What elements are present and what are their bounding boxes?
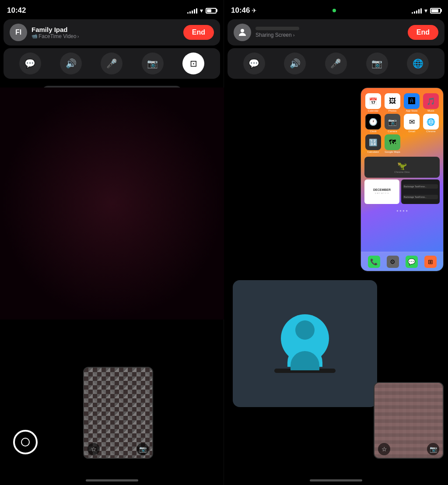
event-widget: Backstage TaskForce... Backstage TaskFor… — [401, 179, 440, 204]
home-indicator-left — [86, 479, 138, 481]
camera-icon-right: 📷 — [371, 58, 382, 69]
status-bar-right: 10:46 ✈ ▾ — [224, 0, 448, 19]
app-appstore: 🅰 App Store — [403, 93, 420, 112]
redacted-name-right — [256, 27, 299, 30]
call-bar-left: FI Family Ipad 📹 FaceTime Video › End — [4, 19, 220, 46]
avatar-head — [295, 320, 315, 340]
dock-settings: ⚙ — [387, 256, 399, 268]
signal-icon-right — [412, 7, 422, 14]
status-bar-left: 10:42 ▾ — [0, 0, 224, 19]
avatar-body — [287, 345, 322, 367]
dock-grid: ⊞ — [424, 256, 437, 268]
call-name-left: Family Ipad — [32, 26, 79, 33]
phone-dock: 📞 ⚙ 💬 ⊞ — [361, 252, 443, 271]
person-thumbnail-right[interactable]: ☆ 📷 — [374, 382, 444, 459]
call-info-left: FI Family Ipad 📹 FaceTime Video › — [10, 24, 79, 41]
record-inner-icon — [21, 438, 30, 446]
green-dot-right — [332, 9, 336, 12]
battery-icon-left — [206, 8, 217, 14]
screen-share-icon-left: ⊡ — [190, 58, 197, 69]
camera-flip-button-thumb-left[interactable]: 📷 — [136, 443, 149, 455]
camera-button-right[interactable]: 📷 — [366, 53, 388, 74]
left-panel: 10:42 ▾ FI Family Ipad 📹 FaceTime Vi — [0, 0, 224, 485]
cal-widget: DECEMBER SMTWTFS — [364, 179, 399, 204]
app-gmail: ✉ Gmail — [403, 114, 420, 133]
camera-button-left[interactable]: 📷 — [142, 53, 164, 74]
screen-share-preview: 📅 Calendar 🖼 Photos 🅰 App Store 🎵 Music — [360, 88, 444, 271]
dock-messages: 💬 — [406, 256, 418, 268]
video-camera-small-icon: 📹 — [32, 33, 38, 39]
speaker-button-right[interactable]: 🔊 — [284, 53, 306, 74]
svg-point-0 — [241, 29, 244, 32]
widget-row: DECEMBER SMTWTFS Backstage TaskForce... … — [364, 179, 440, 204]
mic-button-left[interactable]: 🎤 — [101, 53, 122, 74]
video-area-left — [0, 88, 224, 320]
wifi-icon-right: ▾ — [424, 7, 427, 14]
app-grid: 📅 Calendar 🖼 Photos 🅰 App Store 🎵 Music — [361, 90, 443, 157]
mic-icon-right: 🎤 — [330, 58, 341, 69]
app-calculator: 🔢 Calculator — [364, 134, 382, 153]
status-icons-left: ▾ — [187, 7, 217, 14]
status-icons-right: ▾ — [412, 7, 441, 14]
signal-icon-left — [187, 7, 197, 14]
mic-button-right[interactable]: 🎤 — [325, 53, 347, 74]
controls-row-left: 💬 🔊 🎤 📷 ⊡ — [4, 48, 220, 79]
message-button-right[interactable]: 💬 — [243, 53, 265, 74]
call-details-right: Sharing Screen › — [256, 27, 299, 38]
time-right: 10:46 — [231, 6, 250, 15]
share-stop-button-right[interactable]: 🌐 — [407, 53, 429, 74]
app-clock: 🕐 Clock — [364, 114, 382, 133]
wifi-icon-left: ▾ — [200, 7, 203, 14]
avatar-left: FI — [10, 24, 27, 41]
star-button-thumb-left[interactable]: ☆ — [88, 443, 100, 455]
star-button-thumb-right[interactable]: ☆ — [378, 443, 390, 455]
video-noise-left — [0, 88, 224, 320]
chrome-dino-widget: 🦖 Chrome Dino — [364, 157, 440, 178]
camera-flip-button-thumb-right[interactable]: 📷 — [427, 443, 439, 455]
speaker-icon-right: 🔊 — [290, 58, 301, 69]
app-calendar: 📅 Calendar — [364, 93, 382, 112]
message-icon-right: 💬 — [248, 58, 259, 69]
time-left: 10:42 — [7, 6, 26, 15]
avatar-body-inner — [290, 351, 319, 370]
thumbnail-video-left[interactable]: ☆ 📷 — [83, 367, 153, 459]
app-camera: 📷 Camera — [384, 114, 401, 133]
mic-icon-left: 🎤 — [106, 58, 117, 69]
app-photos: 🖼 Photos — [384, 93, 401, 112]
location-icon: ✈ — [252, 7, 257, 14]
thumb-controls-left: ☆ 📷 — [84, 443, 152, 455]
end-call-button-left[interactable]: End — [183, 25, 214, 40]
screen-share-button-left[interactable]: ⊡ — [182, 53, 204, 74]
message-button-left[interactable]: 💬 — [19, 53, 41, 74]
avatar-video-right — [233, 280, 377, 407]
call-details-left: Family Ipad 📹 FaceTime Video › — [32, 26, 79, 39]
battery-icon-right — [430, 8, 441, 14]
call-subtitle-right: Sharing Screen › — [256, 32, 299, 38]
app-music: 🎵 Music — [422, 93, 440, 112]
call-info-right: Sharing Screen › — [234, 24, 299, 41]
dock-phone: 📞 — [368, 256, 380, 268]
app-maps: 🗺 Google Maps — [384, 134, 401, 153]
camera-icon-left: 📷 — [147, 58, 158, 69]
home-indicator-right — [310, 479, 362, 481]
controls-row-right: 💬 🔊 🎤 📷 🌐 — [228, 48, 444, 79]
share-stop-icon-right: 🌐 — [413, 58, 424, 69]
right-panel: 10:46 ✈ ▾ — [224, 0, 448, 485]
person-thumb-controls-right: ☆ 📷 — [374, 443, 443, 455]
record-button[interactable] — [13, 430, 38, 454]
app-chrome: 🌐 Chrome — [422, 114, 440, 133]
call-subtitle-left: 📹 FaceTime Video › — [32, 33, 79, 39]
speaker-button-left[interactable]: 🔊 — [60, 53, 82, 74]
message-icon-left: 💬 — [24, 58, 35, 69]
avatar-right — [234, 24, 251, 41]
page-dots: ● ● ● ● — [361, 206, 443, 214]
call-bar-right: Sharing Screen › End — [228, 19, 444, 46]
phone-screen-content: 📅 Calendar 🖼 Photos 🅰 App Store 🎵 Music — [361, 88, 443, 271]
speaker-icon-left: 🔊 — [66, 58, 77, 69]
end-call-button-right[interactable]: End — [408, 25, 438, 40]
avatar-large-icon — [281, 314, 329, 362]
